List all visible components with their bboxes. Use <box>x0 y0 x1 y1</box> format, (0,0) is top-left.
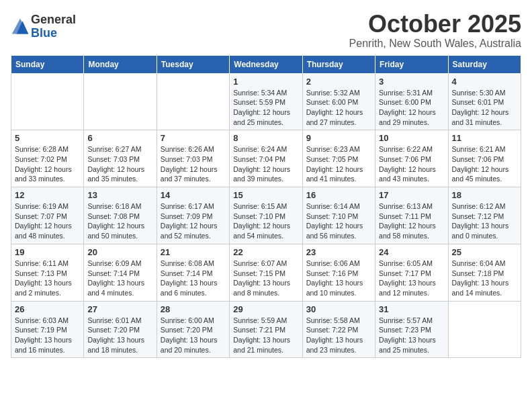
calendar-cell: 25Sunrise: 6:04 AM Sunset: 7:18 PM Dayli… <box>448 244 521 301</box>
weekday-header-saturday: Saturday <box>448 55 521 73</box>
day-info: Sunrise: 6:28 AM Sunset: 7:02 PM Dayligh… <box>15 144 80 184</box>
day-number: 17 <box>379 190 444 200</box>
calendar-cell: 10Sunrise: 6:22 AM Sunset: 7:06 PM Dayli… <box>375 130 448 187</box>
calendar-cell: 18Sunrise: 6:12 AM Sunset: 7:12 PM Dayli… <box>448 187 521 244</box>
day-info: Sunrise: 6:14 AM Sunset: 7:10 PM Dayligh… <box>306 201 371 241</box>
day-info: Sunrise: 5:34 AM Sunset: 5:59 PM Dayligh… <box>233 88 298 128</box>
day-number: 18 <box>452 190 517 200</box>
day-number: 13 <box>87 190 152 200</box>
page-header: General Blue October 2025 Penrith, New S… <box>11 11 521 50</box>
day-number: 12 <box>15 190 80 200</box>
calendar-cell: 16Sunrise: 6:14 AM Sunset: 7:10 PM Dayli… <box>302 187 375 244</box>
calendar-week-row: 19Sunrise: 6:11 AM Sunset: 7:13 PM Dayli… <box>11 244 521 301</box>
calendar-cell: 11Sunrise: 6:21 AM Sunset: 7:06 PM Dayli… <box>448 130 521 187</box>
day-info: Sunrise: 6:23 AM Sunset: 7:05 PM Dayligh… <box>306 144 371 184</box>
title-block: October 2025 Penrith, New South Wales, A… <box>349 11 521 50</box>
calendar-cell: 12Sunrise: 6:19 AM Sunset: 7:07 PM Dayli… <box>11 187 84 244</box>
day-info: Sunrise: 6:26 AM Sunset: 7:03 PM Dayligh… <box>161 144 226 184</box>
day-number: 9 <box>306 133 371 143</box>
day-info: Sunrise: 6:27 AM Sunset: 7:03 PM Dayligh… <box>87 144 152 184</box>
weekday-header-sunday: Sunday <box>11 55 84 73</box>
calendar-cell: 27Sunrise: 6:01 AM Sunset: 7:20 PM Dayli… <box>84 301 157 358</box>
day-number: 15 <box>233 190 298 200</box>
calendar-cell: 29Sunrise: 5:59 AM Sunset: 7:21 PM Dayli… <box>230 301 302 358</box>
calendar-cell: 20Sunrise: 6:09 AM Sunset: 7:14 PM Dayli… <box>84 244 157 301</box>
day-number: 19 <box>15 247 80 257</box>
day-number: 4 <box>452 77 517 87</box>
day-info: Sunrise: 6:08 AM Sunset: 7:14 PM Dayligh… <box>161 259 226 298</box>
calendar-cell: 23Sunrise: 6:06 AM Sunset: 7:16 PM Dayli… <box>302 244 375 301</box>
day-number: 25 <box>452 247 517 257</box>
logo-text: General Blue <box>31 13 76 40</box>
calendar-cell: 13Sunrise: 6:18 AM Sunset: 7:08 PM Dayli… <box>84 187 157 244</box>
calendar-cell <box>448 301 521 358</box>
day-number: 16 <box>306 190 371 200</box>
day-info: Sunrise: 5:57 AM Sunset: 7:23 PM Dayligh… <box>379 316 444 355</box>
page-title: October 2025 <box>349 11 521 38</box>
calendar-header: SundayMondayTuesdayWednesdayThursdayFrid… <box>11 55 521 73</box>
calendar-week-row: 26Sunrise: 6:03 AM Sunset: 7:19 PM Dayli… <box>11 301 521 358</box>
calendar-body: 1Sunrise: 5:34 AM Sunset: 5:59 PM Daylig… <box>11 73 521 358</box>
calendar-cell: 1Sunrise: 5:34 AM Sunset: 5:59 PM Daylig… <box>230 73 302 130</box>
day-info: Sunrise: 6:12 AM Sunset: 7:12 PM Dayligh… <box>452 201 517 241</box>
day-info: Sunrise: 6:01 AM Sunset: 7:20 PM Dayligh… <box>87 316 152 355</box>
calendar-cell: 7Sunrise: 6:26 AM Sunset: 7:03 PM Daylig… <box>157 130 229 187</box>
weekday-header-friday: Friday <box>375 55 448 73</box>
calendar-cell: 15Sunrise: 6:15 AM Sunset: 7:10 PM Dayli… <box>230 187 302 244</box>
day-info: Sunrise: 6:00 AM Sunset: 7:20 PM Dayligh… <box>161 316 226 355</box>
calendar-cell: 31Sunrise: 5:57 AM Sunset: 7:23 PM Dayli… <box>375 301 448 358</box>
day-info: Sunrise: 5:31 AM Sunset: 6:00 PM Dayligh… <box>379 88 444 128</box>
day-number: 26 <box>15 304 80 314</box>
day-info: Sunrise: 6:22 AM Sunset: 7:06 PM Dayligh… <box>379 144 444 184</box>
day-number: 2 <box>306 77 371 87</box>
day-info: Sunrise: 6:21 AM Sunset: 7:06 PM Dayligh… <box>452 144 517 184</box>
day-info: Sunrise: 6:19 AM Sunset: 7:07 PM Dayligh… <box>15 201 80 241</box>
calendar-cell: 21Sunrise: 6:08 AM Sunset: 7:14 PM Dayli… <box>157 244 229 301</box>
day-info: Sunrise: 6:04 AM Sunset: 7:18 PM Dayligh… <box>452 259 517 298</box>
calendar-cell: 5Sunrise: 6:28 AM Sunset: 7:02 PM Daylig… <box>11 130 84 187</box>
day-info: Sunrise: 6:06 AM Sunset: 7:16 PM Dayligh… <box>306 259 371 298</box>
page-subtitle: Penrith, New South Wales, Australia <box>349 38 521 50</box>
calendar-cell: 3Sunrise: 5:31 AM Sunset: 6:00 PM Daylig… <box>375 73 448 130</box>
day-info: Sunrise: 5:59 AM Sunset: 7:21 PM Dayligh… <box>233 316 298 355</box>
day-number: 8 <box>233 133 298 143</box>
calendar-cell <box>157 73 229 130</box>
calendar-cell: 14Sunrise: 6:17 AM Sunset: 7:09 PM Dayli… <box>157 187 229 244</box>
calendar-cell: 8Sunrise: 6:24 AM Sunset: 7:04 PM Daylig… <box>230 130 302 187</box>
day-info: Sunrise: 6:13 AM Sunset: 7:11 PM Dayligh… <box>379 201 444 241</box>
day-number: 28 <box>161 304 226 314</box>
day-info: Sunrise: 6:15 AM Sunset: 7:10 PM Dayligh… <box>233 201 298 241</box>
day-number: 11 <box>452 133 517 143</box>
day-info: Sunrise: 6:24 AM Sunset: 7:04 PM Dayligh… <box>233 144 298 184</box>
weekday-header-wednesday: Wednesday <box>230 55 302 73</box>
calendar-cell: 22Sunrise: 6:07 AM Sunset: 7:15 PM Dayli… <box>230 244 302 301</box>
calendar-cell: 19Sunrise: 6:11 AM Sunset: 7:13 PM Dayli… <box>11 244 84 301</box>
calendar-week-row: 12Sunrise: 6:19 AM Sunset: 7:07 PM Dayli… <box>11 187 521 244</box>
day-info: Sunrise: 6:11 AM Sunset: 7:13 PM Dayligh… <box>15 259 80 298</box>
day-number: 7 <box>161 133 226 143</box>
day-info: Sunrise: 5:58 AM Sunset: 7:22 PM Dayligh… <box>306 316 371 355</box>
calendar-cell: 2Sunrise: 5:32 AM Sunset: 6:00 PM Daylig… <box>302 73 375 130</box>
day-number: 22 <box>233 247 298 257</box>
day-number: 29 <box>233 304 298 314</box>
day-number: 3 <box>379 77 444 87</box>
calendar-cell: 4Sunrise: 5:30 AM Sunset: 6:01 PM Daylig… <box>448 73 521 130</box>
day-info: Sunrise: 5:32 AM Sunset: 6:00 PM Dayligh… <box>306 88 371 128</box>
day-number: 27 <box>87 304 152 314</box>
day-info: Sunrise: 6:09 AM Sunset: 7:14 PM Dayligh… <box>87 259 152 298</box>
calendar-week-row: 1Sunrise: 5:34 AM Sunset: 5:59 PM Daylig… <box>11 73 521 130</box>
calendar-cell: 24Sunrise: 6:05 AM Sunset: 7:17 PM Dayli… <box>375 244 448 301</box>
calendar-cell: 9Sunrise: 6:23 AM Sunset: 7:05 PM Daylig… <box>302 130 375 187</box>
day-info: Sunrise: 6:17 AM Sunset: 7:09 PM Dayligh… <box>161 201 226 241</box>
day-info: Sunrise: 6:03 AM Sunset: 7:19 PM Dayligh… <box>15 316 80 355</box>
calendar-cell: 26Sunrise: 6:03 AM Sunset: 7:19 PM Dayli… <box>11 301 84 358</box>
day-info: Sunrise: 6:07 AM Sunset: 7:15 PM Dayligh… <box>233 259 298 298</box>
logo: General Blue <box>11 13 76 40</box>
weekday-header-monday: Monday <box>84 55 157 73</box>
weekday-header-tuesday: Tuesday <box>157 55 229 73</box>
day-number: 10 <box>379 133 444 143</box>
day-number: 23 <box>306 247 371 257</box>
day-number: 31 <box>379 304 444 314</box>
calendar-cell: 30Sunrise: 5:58 AM Sunset: 7:22 PM Dayli… <box>302 301 375 358</box>
day-info: Sunrise: 5:30 AM Sunset: 6:01 PM Dayligh… <box>452 88 517 128</box>
